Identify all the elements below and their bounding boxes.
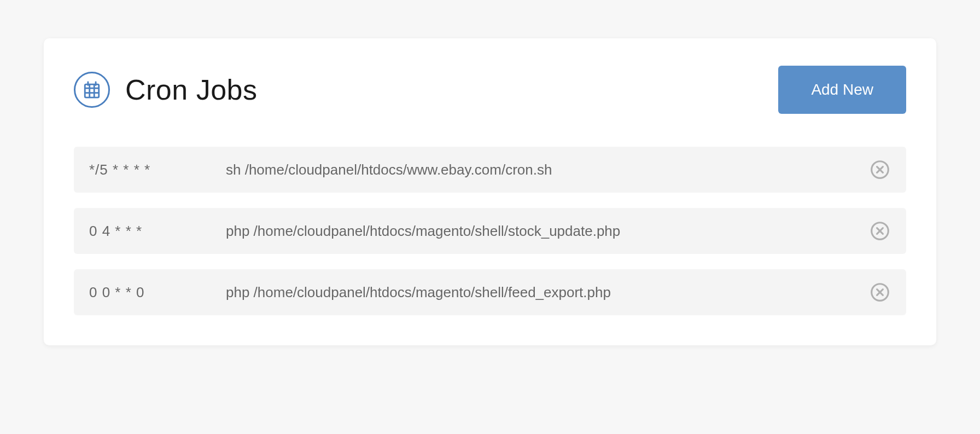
job-schedule: 0 0 * * 0 [89, 284, 226, 301]
job-row: 0 0 * * 0 php /home/cloudpanel/htdocs/ma… [74, 269, 906, 315]
calendar-icon [74, 72, 110, 108]
add-new-button[interactable]: Add New [778, 66, 906, 114]
job-command: php /home/cloudpanel/htdocs/magento/shel… [226, 223, 869, 240]
job-schedule: 0 4 * * * [89, 223, 226, 240]
close-icon [870, 160, 890, 180]
title-wrap: Cron Jobs [74, 72, 258, 108]
delete-job-button[interactable] [869, 159, 891, 181]
close-icon [870, 221, 890, 241]
cron-jobs-card: Cron Jobs Add New */5 * * * * sh /home/c… [44, 38, 936, 345]
svg-rect-0 [85, 84, 99, 97]
job-command: sh /home/cloudpanel/htdocs/www.ebay.com/… [226, 161, 869, 178]
job-schedule: */5 * * * * [89, 161, 226, 178]
page-title: Cron Jobs [125, 73, 258, 106]
close-icon [870, 282, 890, 302]
job-row: */5 * * * * sh /home/cloudpanel/htdocs/w… [74, 147, 906, 193]
delete-job-button[interactable] [869, 281, 891, 303]
job-list: */5 * * * * sh /home/cloudpanel/htdocs/w… [74, 147, 906, 315]
job-row: 0 4 * * * php /home/cloudpanel/htdocs/ma… [74, 208, 906, 254]
delete-job-button[interactable] [869, 220, 891, 242]
job-command: php /home/cloudpanel/htdocs/magento/shel… [226, 284, 869, 301]
card-header: Cron Jobs Add New [74, 66, 906, 114]
